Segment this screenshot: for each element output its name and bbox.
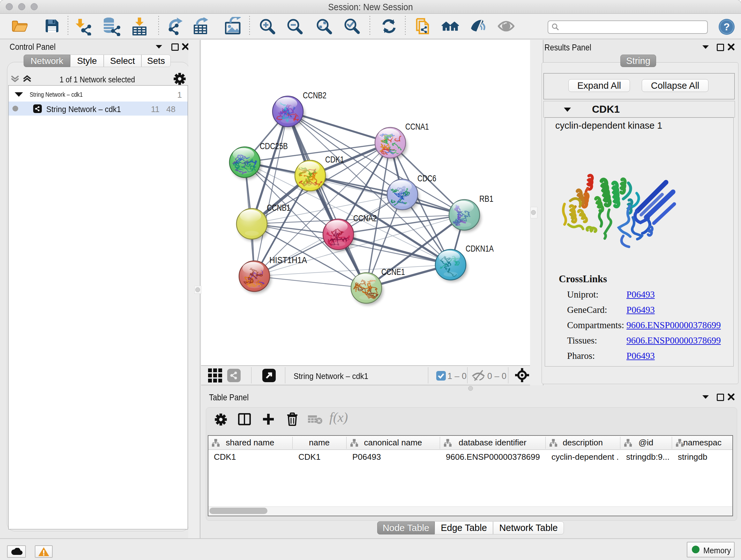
- svg-text:CCNB2: CCNB2: [303, 90, 327, 100]
- svg-text:?: ?: [724, 21, 730, 33]
- svg-text:CCNB1: CCNB1: [267, 203, 290, 212]
- svg-text:CDC6: CDC6: [417, 173, 436, 183]
- svg-text:CDK1: CDK1: [325, 154, 344, 165]
- svg-text:CDC25B: CDC25B: [260, 141, 288, 151]
- svg-text:CDKN1A: CDKN1A: [466, 244, 494, 253]
- svg-text:RB1: RB1: [479, 194, 493, 204]
- svg-text:CCNA2: CCNA2: [353, 213, 377, 223]
- svg-text:CCNA1: CCNA1: [405, 122, 429, 132]
- svg-text:HIST1H1A: HIST1H1A: [269, 255, 307, 265]
- svg-text:CCNE1: CCNE1: [381, 267, 405, 277]
